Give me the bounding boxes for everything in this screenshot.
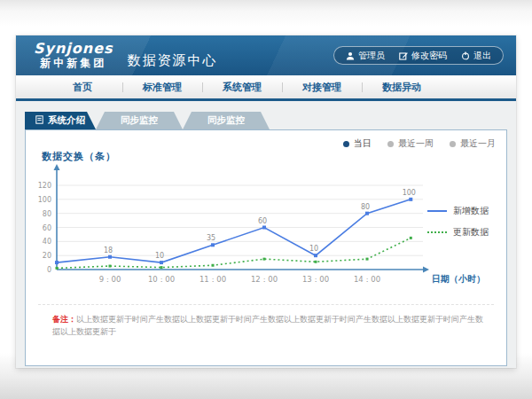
nav-item-system-mgmt[interactable]: 系统管理 (202, 81, 282, 94)
svg-text:20: 20 (43, 252, 51, 260)
brand-logo-en: Synjones (34, 42, 113, 57)
tab-bar: 系统介绍 同步监控 同步监控 (25, 112, 507, 129)
radio-today[interactable]: 当日 (343, 137, 372, 150)
data-point-marker (211, 243, 215, 246)
footnote: 备注：以上数据更新于时间产生数据以上数据更新于时间产生数据以上数据更新于时间产生… (52, 314, 485, 338)
svg-text:10：00: 10：00 (148, 275, 175, 284)
user-menu-label: 管理员 (358, 50, 385, 62)
logout-button[interactable]: 退出 (461, 50, 491, 62)
chart-x-axis-title: 日期（小时） (432, 274, 485, 284)
data-point-marker (315, 261, 317, 263)
tab-system-intro[interactable]: 系统介绍 (25, 112, 96, 129)
edit-icon (399, 51, 408, 60)
data-point-label: 10 (155, 252, 164, 260)
radio-label: 最近一周 (398, 137, 434, 150)
data-point-marker (366, 258, 369, 261)
data-point-marker (262, 226, 266, 230)
legend-item-new-data: 新增数据 (427, 205, 489, 217)
panel-divider (38, 304, 494, 305)
time-range-filter: 当日 最近一周 最近一月 (343, 137, 496, 150)
tab-label: 同步监控 (207, 114, 245, 127)
data-point-marker (410, 237, 412, 239)
svg-text:11：00: 11：00 (200, 275, 226, 284)
app-window: Synjones 新中新集团 数据资源中心 管理员 修改密码 退出 (16, 35, 516, 368)
content-area: 系统介绍 同步监控 同步监控 当日 最近一周 (16, 101, 516, 370)
page-title: 数据资源中心 (128, 52, 218, 69)
tab-sync-monitor-1[interactable]: 同步监控 (96, 112, 183, 129)
nav-item-interface-mgmt[interactable]: 对接管理 (282, 81, 362, 94)
radio-label: 当日 (354, 137, 372, 150)
svg-text:80: 80 (43, 210, 51, 218)
legend-swatch-dotted (427, 231, 447, 233)
data-point-marker (409, 198, 412, 201)
tab-label: 系统介绍 (48, 114, 85, 127)
user-menu-button[interactable]: 管理员 (346, 50, 385, 62)
user-icon (346, 51, 355, 60)
chart-series-0: 181035601080100 (55, 189, 416, 264)
svg-text:12：00: 12：00 (251, 275, 278, 284)
data-point-marker (160, 266, 163, 269)
data-point-label: 100 (403, 189, 416, 197)
chart-grid: 0204060801001209：0010：0011：0012：0013：001… (38, 182, 423, 284)
radio-last-week[interactable]: 最近一周 (387, 137, 434, 150)
tab-sync-monitor-2[interactable]: 同步监控 (183, 112, 270, 129)
data-point-marker (160, 261, 163, 264)
x-axis-arrow-icon (423, 267, 429, 273)
svg-text:120: 120 (38, 182, 51, 190)
power-icon (461, 51, 470, 60)
svg-text:13：00: 13：00 (302, 275, 329, 284)
chart-panel: 当日 最近一周 最近一月 数据交换（条） 0204060801001209：00… (25, 129, 507, 366)
legend-item-update-data: 更新数据 (427, 226, 489, 239)
chart-y-axis-title: 数据交换（条） (42, 150, 116, 163)
radio-dot (387, 141, 394, 147)
logout-label: 退出 (473, 50, 491, 62)
app-header: Synjones 新中新集团 数据资源中心 管理员 修改密码 退出 (16, 35, 516, 75)
data-point-marker (56, 267, 59, 270)
brand-logo: Synjones 新中新集团 (34, 42, 113, 68)
legend-swatch-line (427, 210, 447, 212)
footnote-text: 以上数据更新于时间产生数据以上数据更新于时间产生数据以上数据更新于时间产生数据以… (52, 315, 483, 336)
change-password-button[interactable]: 修改密码 (399, 50, 447, 62)
nav-item-home[interactable]: 首页 (43, 81, 122, 94)
data-point-marker (109, 265, 112, 268)
legend-label: 更新数据 (453, 226, 489, 239)
data-point-label: 18 (104, 246, 113, 254)
data-point-label: 35 (207, 234, 215, 242)
main-nav: 首页 标准管理 系统管理 对接管理 数据异动 (16, 75, 516, 101)
data-point-marker (263, 258, 266, 261)
radio-last-month[interactable]: 最近一月 (450, 137, 496, 150)
svg-text:9：00: 9：00 (99, 275, 121, 284)
tab-label: 同步监控 (121, 114, 158, 127)
change-password-label: 修改密码 (411, 50, 447, 62)
data-point-marker (365, 212, 369, 215)
radio-label: 最近一月 (460, 137, 496, 150)
data-point-label: 60 (258, 217, 267, 225)
radio-dot (450, 141, 456, 147)
svg-text:60: 60 (43, 224, 51, 232)
footnote-label: 备注： (52, 315, 76, 324)
chart-legend: 新增数据 更新数据 (427, 205, 489, 239)
nav-item-data-change[interactable]: 数据异动 (362, 81, 442, 94)
data-point-marker (55, 261, 59, 264)
svg-text:40: 40 (43, 238, 51, 246)
brand-logo-cn: 新中新集团 (34, 58, 113, 69)
data-point-marker (108, 255, 112, 259)
svg-text:14：00: 14：00 (354, 275, 380, 284)
svg-text:0: 0 (47, 266, 51, 274)
legend-label: 新增数据 (453, 205, 489, 217)
data-point-marker (212, 264, 215, 267)
data-point-label: 80 (361, 203, 370, 211)
document-icon (35, 115, 43, 126)
chart-series-1 (56, 237, 412, 270)
y-axis-arrow-icon (54, 164, 60, 170)
nav-item-standard-mgmt[interactable]: 标准管理 (122, 81, 202, 94)
radio-dot (343, 141, 349, 147)
data-point-marker (314, 254, 317, 257)
svg-text:100: 100 (38, 196, 51, 204)
chart-axes: 日期（小时） (54, 164, 486, 284)
data-point-label: 10 (309, 245, 318, 253)
user-toolbar: 管理员 修改密码 退出 (333, 46, 504, 65)
